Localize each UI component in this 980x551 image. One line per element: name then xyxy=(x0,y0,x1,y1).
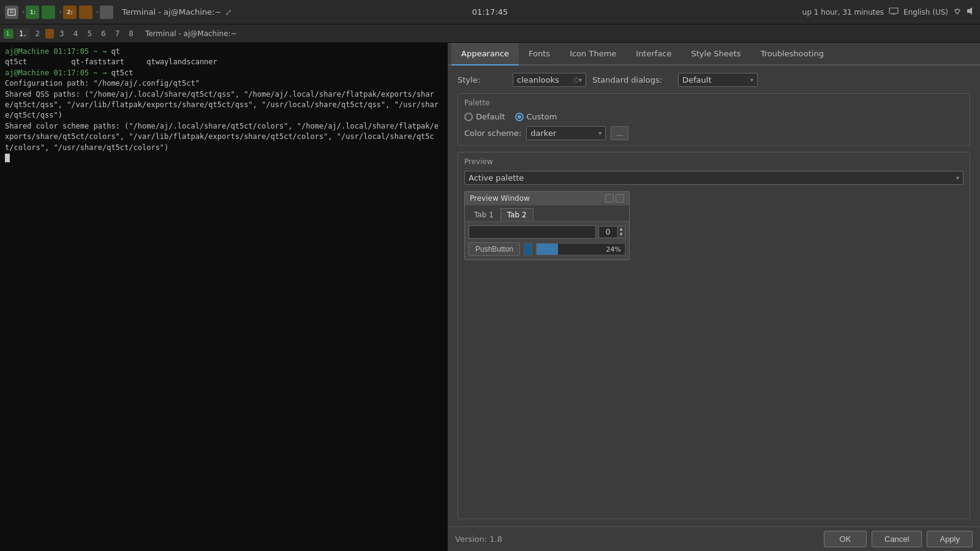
preview-controls: 0 ▲ ▼ PushButton xyxy=(465,222,629,260)
terminal-taskbar-label[interactable]: Terminal - aj@Machine:~ xyxy=(145,29,237,38)
std-dialogs-select[interactable]: Default ▾ xyxy=(678,73,758,87)
preview-input-row: 0 ▲ ▼ xyxy=(469,225,625,239)
preview-btn-row: PushButton 24% xyxy=(469,242,625,256)
style-select-arrow: ⬡▾ xyxy=(573,77,582,83)
ws-num-5[interactable]: 5 xyxy=(83,28,96,39)
tab-icon-theme[interactable]: Icon Theme xyxy=(560,43,626,66)
taskbar-icon-ws2[interactable]: 2: xyxy=(63,6,77,19)
ok-button[interactable]: OK xyxy=(824,531,867,547)
color-scheme-label: Color scheme: xyxy=(464,129,521,138)
preview-push-button[interactable]: PushButton xyxy=(469,242,520,256)
color-scheme-select[interactable]: darker ▾ xyxy=(526,126,606,140)
term-out-1: qt5ct qt-faststart qtwaylandscanner xyxy=(5,58,217,66)
ws-num-2[interactable]: 2 xyxy=(31,28,43,39)
color-scheme-edit-btn[interactable]: ... xyxy=(611,126,628,140)
taskbar-icon-ws2b[interactable] xyxy=(79,6,92,19)
svg-rect-3 xyxy=(889,8,898,13)
palette-custom-radio[interactable]: Custom xyxy=(515,112,557,121)
preview-spinner-down[interactable]: ▼ xyxy=(618,232,625,238)
preview-spinner-value[interactable]: 0 xyxy=(599,227,617,238)
qt5ct-content: Style: cleanlooks ⬡▾ Standard dialogs: D… xyxy=(448,66,980,527)
taskbar-arrow-2: › xyxy=(59,8,61,16)
style-select[interactable]: cleanlooks ⬡▾ xyxy=(513,73,586,87)
terminal-expand-icon[interactable]: ⤢ xyxy=(225,7,232,17)
ws-icon-1[interactable]: 1. xyxy=(4,29,13,39)
svg-rect-6 xyxy=(967,9,970,13)
terminal-tab-label[interactable]: Terminal - aj@Machine:~ xyxy=(122,7,221,17)
terminal-line-5: Shared QSS paths: ("/home/aj/.local/shar… xyxy=(5,89,442,121)
taskbar-arrow-1: › xyxy=(22,8,24,16)
terminal-line-2: qt5ct qt-faststart qtwaylandscanner xyxy=(5,57,442,67)
version-text: Version: 1.8 xyxy=(455,534,502,544)
ws-icon-2[interactable] xyxy=(45,29,54,39)
std-dialogs-value: Default xyxy=(682,75,712,84)
style-label: Style: xyxy=(458,75,507,84)
tab-style-sheets[interactable]: Style Sheets xyxy=(682,43,751,66)
preview-palette-arrow: ▾ xyxy=(956,174,959,181)
preview-palette-select[interactable]: Active palette ▾ xyxy=(464,171,963,185)
ws-num-7[interactable]: 7 xyxy=(111,28,124,39)
preview-win-buttons xyxy=(605,194,624,203)
color-scheme-row: Color scheme: darker ▾ ... xyxy=(464,126,963,140)
taskbar-right: up 1 hour, 31 minutes English (US) xyxy=(802,7,975,17)
taskbar-icon-ws3[interactable] xyxy=(100,6,113,19)
apply-button[interactable]: Apply xyxy=(927,531,973,547)
tab-fonts[interactable]: Fonts xyxy=(519,43,560,66)
preview-inner-tabs: Tab 1 Tab 2 xyxy=(465,206,629,222)
std-dialogs-arrow: ▾ xyxy=(750,77,753,83)
volume-icon xyxy=(967,7,975,17)
preview-inner-tab2[interactable]: Tab 2 xyxy=(500,208,533,221)
palette-default-circle xyxy=(464,113,473,121)
second-taskbar: 1. 1. 2 3 4 5 6 7 8 Terminal - aj@Machin… xyxy=(0,24,980,43)
palette-radio-group: Default Custom xyxy=(464,112,963,121)
preview-spinner-up[interactable]: ▲ xyxy=(618,227,625,232)
preview-window-title-text: Preview Window xyxy=(470,194,530,203)
tab-interface[interactable]: Interface xyxy=(626,43,681,66)
preview-progress-label: 24% xyxy=(606,246,621,253)
palette-section: Palette Default Custom Color scheme: dar… xyxy=(458,93,970,146)
preview-title: Preview xyxy=(464,157,963,166)
palette-custom-circle xyxy=(515,113,524,121)
terminal-cursor-line xyxy=(5,153,442,163)
ws-num-3[interactable]: 3 xyxy=(56,28,68,39)
term-prompt-2: aj@Machine 01:17:05 ~ xyxy=(5,69,98,77)
main-area: aj@Machine 01:17:05 ~ → qt qt5ct qt-fast… xyxy=(0,43,980,551)
tab-troubleshooting[interactable]: Troubleshooting xyxy=(751,43,834,66)
taskbar-clock: 01:17:45 xyxy=(472,7,508,17)
monitor-icon xyxy=(889,7,899,17)
preview-section: Preview Active palette ▾ Preview Window xyxy=(458,152,970,519)
preview-input-box[interactable] xyxy=(469,225,596,239)
taskbar-icon-ws1[interactable]: 1: xyxy=(26,6,39,19)
preview-inner-tab1[interactable]: Tab 1 xyxy=(467,208,500,221)
network-icon xyxy=(953,7,962,17)
preview-window-titlebar: Preview Window xyxy=(465,192,629,206)
taskbar-icon-ws1b[interactable] xyxy=(42,6,55,19)
terminal-panel: aj@Machine 01:17:05 ~ → qt qt5ct qt-fast… xyxy=(0,43,447,551)
ws-num-8[interactable]: 8 xyxy=(125,28,137,39)
taskbar-icon-1[interactable] xyxy=(5,6,18,19)
qt5ct-tabs: Appearance Fonts Icon Theme Interface St… xyxy=(448,43,980,66)
term-prompt-1: aj@Machine 01:17:05 ~ xyxy=(5,47,98,56)
term-out-4: Shared color scheme paths: ("/home/aj/.l… xyxy=(5,122,439,152)
preview-window: Preview Window Tab 1 Tab 2 xyxy=(464,191,630,260)
taskbar-arrow-3: › xyxy=(96,8,99,16)
terminal-output[interactable]: aj@Machine 01:17:05 ~ → qt qt5ct qt-fast… xyxy=(0,43,447,551)
ws-num-1[interactable]: 1. xyxy=(15,28,29,39)
preview-spinner: 0 ▲ ▼ xyxy=(598,226,625,238)
terminal-line-4: Configuration path: "/home/aj/.config/qt… xyxy=(5,78,442,89)
preview-color-swatch xyxy=(524,243,532,255)
palette-custom-label: Custom xyxy=(527,112,557,121)
preview-win-minimize[interactable] xyxy=(605,194,614,203)
terminal-line-6: Shared color scheme paths: ("/home/aj/.l… xyxy=(5,121,442,153)
std-dialogs-label: Standard dialogs: xyxy=(592,75,672,84)
palette-default-radio[interactable]: Default xyxy=(464,112,505,121)
ws-num-4[interactable]: 4 xyxy=(70,28,82,39)
preview-select-row: Active palette ▾ xyxy=(464,171,963,185)
cancel-button[interactable]: Cancel xyxy=(872,531,922,547)
term-out-3: Shared QSS paths: ("/home/aj/.local/shar… xyxy=(5,90,439,120)
tab-appearance[interactable]: Appearance xyxy=(451,43,519,66)
preview-win-maximize[interactable] xyxy=(616,194,624,203)
taskbar: › 1: › 2: › Terminal - aj@Machine:~ ⤢ 01… xyxy=(0,0,980,24)
ws-num-6[interactable]: 6 xyxy=(97,28,110,39)
terminal-line-3: aj@Machine 01:17:05 ~ → qt5ct xyxy=(5,68,442,78)
